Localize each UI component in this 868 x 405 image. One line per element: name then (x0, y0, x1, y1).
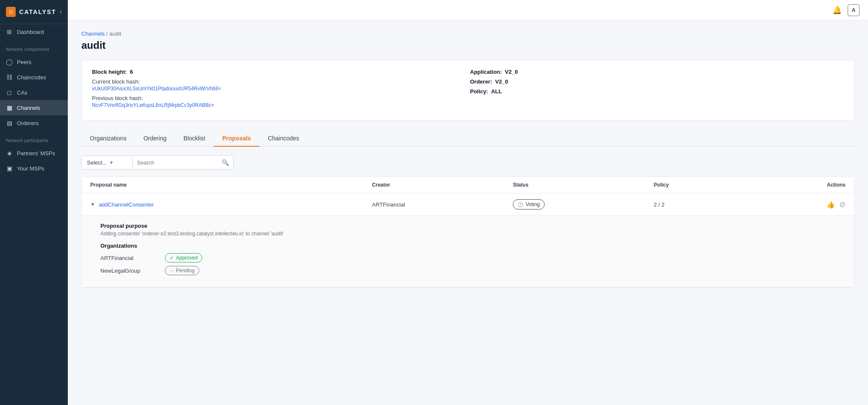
cancel-icon: ⊘ (839, 200, 846, 209)
expand-row-button[interactable]: ▼ (90, 201, 95, 207)
sidebar-item-cas[interactable]: ◻ CAs (0, 85, 68, 100)
policy-cell: 2 / 2 (654, 201, 795, 208)
table-row: ▼ addChannelConsenter ARTFinancial 🕐 Vot… (82, 193, 854, 288)
search-button[interactable]: 🔍 (217, 156, 233, 169)
sidebar-item-label: Orderers (17, 120, 39, 126)
sidebar-item-label: Channels (17, 105, 40, 111)
tab-organizations[interactable]: Organizations (81, 131, 135, 147)
filter-row: Select... ▼ 🔍 (81, 155, 854, 170)
block-height-label: Block height: 6 (92, 69, 466, 75)
previous-block-hash-row: Previous block hash: NcvF7VnnflGq3rivYLw… (92, 95, 466, 108)
peers-icon: ◯ (6, 59, 13, 65)
info-right: Application: V2_0 Orderer: V2_0 Policy: … (470, 69, 844, 112)
breadcrumb: Channels / audit (81, 31, 854, 37)
sidebar: ⬡ CATALYST ‹ ⊞ Dashboard Network compone… (0, 0, 68, 405)
policy-row: Policy: ALL (470, 88, 844, 95)
topbar: 🔔 A (68, 0, 868, 20)
creator-cell: ARTFinancial (372, 201, 513, 208)
status-label: Voting (526, 201, 540, 207)
sidebar-item-label: Dashboard (17, 29, 44, 35)
proposal-name-cell: ▼ addChannelConsenter (90, 201, 372, 208)
sidebar-item-channels[interactable]: ▦ Channels (0, 100, 68, 115)
orgs-title: Organizations (100, 243, 835, 249)
orderer-row: Orderer: V2_0 (470, 78, 844, 85)
org-status-label: Approved (176, 255, 198, 261)
sidebar-item-label: Chaincodes (17, 74, 46, 81)
table-header: Proposal name Creator Status Policy Acti… (82, 177, 854, 193)
proposals-table: Proposal name Creator Status Policy Acti… (81, 176, 854, 288)
org-name: ARTFinancial (100, 255, 160, 261)
table-row-main: ▼ addChannelConsenter ARTFinancial 🕐 Vot… (82, 193, 854, 215)
current-block-hash-link[interactable]: vUkU0P30AiuxXLSsUmYk01PtadoouxtUR54RvWrV… (92, 86, 466, 92)
thumbs-up-icon: 👍 (826, 201, 835, 209)
org-status-badge-approved: ✓ Approved (165, 253, 202, 263)
sidebar-item-dashboard[interactable]: ⊞ Dashboard (0, 24, 68, 39)
col-header-creator: Creator (372, 182, 513, 188)
chevron-down-icon: ▼ (109, 160, 114, 165)
org-name: NewLegalGroup (100, 268, 160, 274)
application-row: Application: V2_0 (470, 69, 844, 75)
channels-icon: ▦ (6, 104, 13, 111)
filter-search-wrapper: 🔍 (132, 155, 234, 170)
tab-ordering[interactable]: Ordering (135, 131, 175, 147)
col-header-status: Status (513, 182, 654, 188)
status-badge: 🕐 Voting (513, 199, 544, 209)
sidebar-collapse-button[interactable]: ‹ (60, 8, 62, 16)
channel-info-card: Block height: 6 Current block hash: vUkU… (81, 60, 854, 120)
orderers-icon: ▤ (6, 120, 13, 126)
channel-tabs: Organizations Ordering Blocklist Proposa… (81, 131, 854, 147)
sidebar-item-partners-msps[interactable]: ◈ Partners' MSPs (0, 145, 68, 161)
user-avatar[interactable]: A (848, 4, 860, 16)
checkmark-icon: ✓ (170, 255, 174, 261)
col-header-actions: Actions (795, 182, 846, 188)
breadcrumb-channels-link[interactable]: Channels (81, 31, 105, 37)
proposal-purpose-title: Proposal purpose (100, 223, 835, 229)
proposal-name-link[interactable]: addChannelConsenter (99, 201, 154, 208)
org-row-newlegalgroup: NewLegalGroup ··· Pending (100, 266, 835, 275)
sidebar-section-network: Network components (0, 39, 68, 54)
filter-select[interactable]: Select... ▼ (81, 156, 132, 170)
tab-blocklist[interactable]: Blocklist (175, 131, 214, 147)
notification-bell-icon[interactable]: 🔔 (832, 6, 842, 15)
org-status-label: Pending (176, 268, 195, 274)
sidebar-item-orderers[interactable]: ▤ Orderers (0, 115, 68, 131)
col-header-policy: Policy (654, 182, 795, 188)
sidebar-item-label: CAs (17, 89, 28, 96)
search-input[interactable] (133, 156, 217, 169)
sidebar-item-label: Partners' MSPs (17, 150, 55, 156)
tab-chaincodes[interactable]: Chaincodes (259, 131, 308, 147)
col-header-proposal-name: Proposal name (90, 182, 372, 188)
page-content: Channels / audit audit Block height: 6 C… (68, 20, 868, 405)
logo-icon: ⬡ (6, 7, 16, 17)
previous-block-hash-label: Previous block hash: (92, 95, 466, 101)
page-title: audit (81, 39, 854, 51)
sidebar-item-your-msps[interactable]: ▣ Your MSPs (0, 161, 68, 176)
cas-icon: ◻ (6, 89, 13, 96)
block-height-value: 6 (130, 69, 133, 75)
block-height-row: Block height: 6 (92, 69, 466, 75)
breadcrumb-current: audit (109, 31, 121, 37)
filter-select-label: Select... (87, 159, 107, 166)
clock-pending-icon: ··· (170, 268, 174, 274)
org-row-artfinancial: ARTFinancial ✓ Approved (100, 253, 835, 263)
main-content: 🔔 A Channels / audit audit Block height:… (68, 0, 868, 405)
chaincodes-icon: ⛓ (6, 74, 13, 81)
proposal-detail: Proposal purpose Adding consenter 'order… (82, 215, 854, 287)
logo-text: CATALYST (19, 8, 56, 15)
sidebar-item-peers[interactable]: ◯ Peers (0, 54, 68, 70)
sidebar-item-label: Your MSPs (17, 165, 45, 172)
current-block-hash-row: Current block hash: vUkU0P30AiuxXLSsUmYk… (92, 78, 466, 92)
sidebar-logo: ⬡ CATALYST ‹ (0, 0, 68, 24)
sidebar-item-chaincodes[interactable]: ⛓ Chaincodes (0, 70, 68, 85)
current-block-hash-label: Current block hash: (92, 78, 466, 85)
org-status-badge-pending: ··· Pending (165, 266, 199, 275)
previous-block-hash-link[interactable]: NcvF7VnnflGq3rivYLwfupsL6nLRjMrpbCc3y0RA… (92, 102, 466, 108)
actions-cell: 👍 ⊘ (795, 200, 846, 209)
sidebar-section-participants: Network participants (0, 131, 68, 145)
your-msps-icon: ▣ (6, 165, 13, 172)
tab-proposals[interactable]: Proposals (214, 131, 259, 147)
clock-icon: 🕐 (517, 202, 523, 207)
approve-action-button[interactable]: 👍 (826, 201, 835, 209)
search-icon: 🔍 (222, 159, 229, 166)
reject-action-button[interactable]: ⊘ (839, 200, 846, 209)
